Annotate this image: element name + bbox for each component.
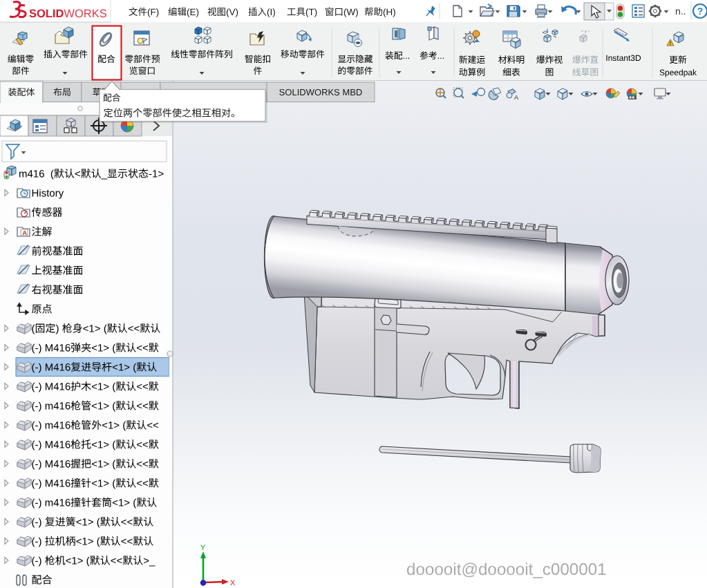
svg-text:A: A — [23, 229, 28, 236]
svg-text:A: A — [514, 94, 518, 101]
svg-text:!: ! — [670, 40, 672, 46]
